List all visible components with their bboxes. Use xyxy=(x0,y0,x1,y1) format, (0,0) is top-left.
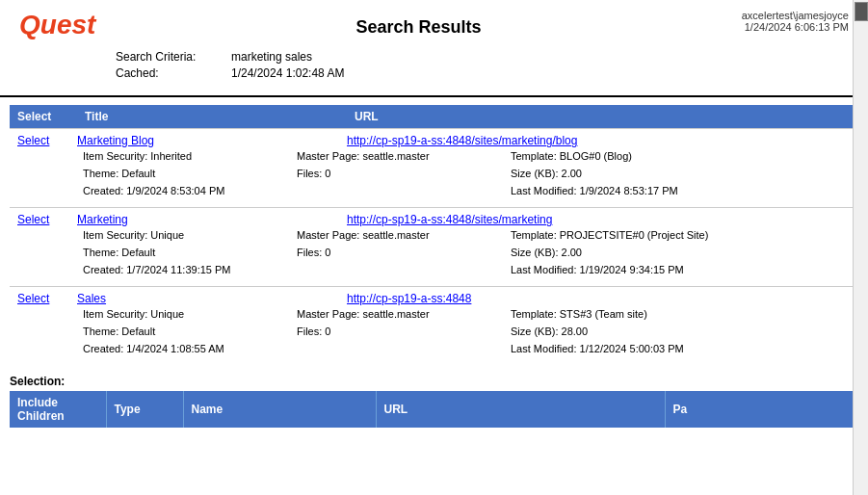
detail-cell: Item Security: InheritedMaster Page: sea… xyxy=(77,147,858,165)
detail-row: Created: 1/9/2024 8:53:04 PMLast Modifie… xyxy=(10,182,858,208)
criteria-value: marketing sales xyxy=(231,50,312,64)
detail-row: Theme: DefaultFiles: 0Size (KB): 2.00 xyxy=(10,244,858,261)
title-link[interactable]: Marketing Blog xyxy=(77,134,154,147)
detail-value: Theme: Default xyxy=(79,167,291,180)
table-row: SelectSaleshttp://cp-sp19-a-ss:4848 xyxy=(10,287,858,306)
col-title: Title xyxy=(77,105,347,129)
detail-value: Master Page: seattle.master xyxy=(293,149,505,163)
detail-value xyxy=(293,184,505,197)
select-link[interactable]: Select xyxy=(17,134,49,147)
detail-value: Last Modified: 1/12/2024 5:00:03 PM xyxy=(507,342,856,355)
detail-row: Item Security: InheritedMaster Page: sea… xyxy=(10,147,858,165)
detail-value: Item Security: Unique xyxy=(79,307,291,321)
results-table: Select Title URL SelectMarketing Bloghtt… xyxy=(10,105,858,365)
detail-value xyxy=(293,342,505,355)
detail-cell: Created: 1/7/2024 11:39:15 PMLast Modifi… xyxy=(77,261,858,287)
scrollbar-thumb[interactable] xyxy=(855,2,868,21)
detail-value xyxy=(293,263,505,276)
selection-col-header: Pa xyxy=(665,391,858,428)
detail-value: Item Security: Unique xyxy=(79,228,291,242)
user-info: axcelertest\jamesjoyce 1/24/2024 6:06:13… xyxy=(742,10,849,33)
selection-col-header: Include Children xyxy=(10,391,106,428)
url-cell: http://cp-sp19-a-ss:4848/sites/marketing… xyxy=(347,129,858,148)
detail-value: Size (KB): 28.00 xyxy=(507,325,856,338)
detail-value: Theme: Default xyxy=(79,325,291,338)
detail-value: Size (KB): 2.00 xyxy=(507,246,856,259)
col-select: Select xyxy=(10,105,77,129)
title-link[interactable]: Marketing xyxy=(77,213,128,226)
detail-cell: Created: 1/9/2024 8:53:04 PMLast Modifie… xyxy=(77,182,858,208)
detail-value: Files: 0 xyxy=(293,246,505,259)
cached-label: Cached: xyxy=(116,66,231,80)
selection-col-header: Type xyxy=(106,391,183,428)
url-cell: http://cp-sp19-a-ss:4848 xyxy=(347,287,858,306)
detail-row: Created: 1/4/2024 1:08:55 AMLast Modifie… xyxy=(10,340,858,365)
detail-row: Created: 1/7/2024 11:39:15 PMLast Modifi… xyxy=(10,261,858,287)
detail-row: Theme: DefaultFiles: 0Size (KB): 28.00 xyxy=(10,323,858,340)
detail-value: Created: 1/9/2024 8:53:04 PM xyxy=(79,184,291,197)
scrollbar[interactable] xyxy=(853,0,868,495)
selection-title: Selection: xyxy=(10,375,858,388)
detail-cell: Item Security: UniqueMaster Page: seattl… xyxy=(77,305,858,323)
select-link[interactable]: Select xyxy=(17,213,49,226)
detail-cell: Created: 1/4/2024 1:08:55 AMLast Modifie… xyxy=(77,340,858,365)
detail-value: Created: 1/7/2024 11:39:15 PM xyxy=(79,263,291,276)
url-link[interactable]: http://cp-sp19-a-ss:4848 xyxy=(347,292,471,305)
selection-col-header: URL xyxy=(376,391,665,428)
selection-col-header: Name xyxy=(183,391,376,428)
detail-row: Item Security: UniqueMaster Page: seattl… xyxy=(10,226,858,244)
url-cell: http://cp-sp19-a-ss:4848/sites/marketing xyxy=(347,208,858,227)
select-cell: Select xyxy=(10,129,77,148)
detail-row: Theme: DefaultFiles: 0Size (KB): 2.00 xyxy=(10,165,858,182)
title-cell: Marketing xyxy=(77,208,347,227)
url-link[interactable]: http://cp-sp19-a-ss:4848/sites/marketing… xyxy=(347,134,577,147)
select-cell: Select xyxy=(10,208,77,227)
detail-value: Template: STS#3 (Team site) xyxy=(507,307,856,321)
detail-value: Theme: Default xyxy=(79,246,291,259)
select-cell: Select xyxy=(10,287,77,306)
detail-value: Master Page: seattle.master xyxy=(293,228,505,242)
cached-value: 1/24/2024 1:02:48 AM xyxy=(231,66,344,80)
selection-table: Include ChildrenTypeNameURLPa xyxy=(10,391,858,428)
url-link[interactable]: http://cp-sp19-a-ss:4848/sites/marketing xyxy=(347,213,552,226)
divider xyxy=(0,95,868,97)
select-link[interactable]: Select xyxy=(17,292,49,305)
title-cell: Sales xyxy=(77,287,347,306)
detail-row: Item Security: UniqueMaster Page: seattl… xyxy=(10,305,858,323)
detail-value: Size (KB): 2.00 xyxy=(507,167,856,180)
quest-logo: Quest xyxy=(19,10,95,40)
table-row: SelectMarketinghttp://cp-sp19-a-ss:4848/… xyxy=(10,208,858,227)
detail-cell: Item Security: UniqueMaster Page: seattl… xyxy=(77,226,858,244)
search-criteria-section: Search Criteria: marketing sales Cached:… xyxy=(0,45,868,88)
detail-value: Files: 0 xyxy=(293,325,505,338)
table-row: SelectMarketing Bloghttp://cp-sp19-a-ss:… xyxy=(10,129,858,148)
detail-cell: Theme: DefaultFiles: 0Size (KB): 2.00 xyxy=(77,244,858,261)
col-url: URL xyxy=(347,105,858,129)
detail-value: Master Page: seattle.master xyxy=(293,307,505,321)
detail-value: Item Security: Inherited xyxy=(79,149,291,163)
detail-value: Template: BLOG#0 (Blog) xyxy=(507,149,856,163)
criteria-label: Search Criteria: xyxy=(116,50,231,64)
detail-cell: Theme: DefaultFiles: 0Size (KB): 2.00 xyxy=(77,165,858,182)
detail-value: Files: 0 xyxy=(293,167,505,180)
detail-value: Template: PROJECTSITE#0 (Project Site) xyxy=(507,228,856,242)
detail-value: Created: 1/4/2024 1:08:55 AM xyxy=(79,342,291,355)
detail-value: Last Modified: 1/9/2024 8:53:17 PM xyxy=(507,184,856,197)
selection-section: Selection: Include ChildrenTypeNameURLPa xyxy=(0,370,868,428)
main-content: Select Title URL SelectMarketing Bloghtt… xyxy=(0,105,868,365)
detail-value: Last Modified: 1/19/2024 9:34:15 PM xyxy=(507,263,856,276)
title-cell: Marketing Blog xyxy=(77,129,347,148)
page-title: Search Results xyxy=(95,10,741,38)
detail-cell: Theme: DefaultFiles: 0Size (KB): 28.00 xyxy=(77,323,858,340)
title-link[interactable]: Sales xyxy=(77,292,106,305)
